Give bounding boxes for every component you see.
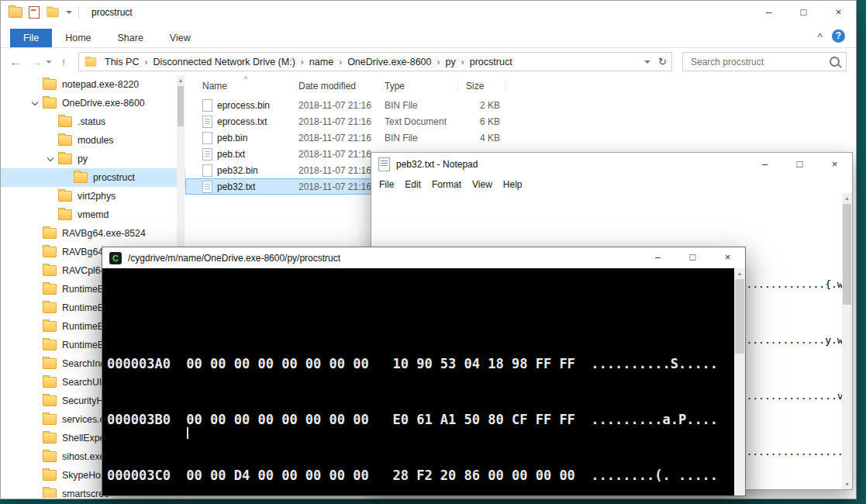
help-icon[interactable]: ? (832, 29, 845, 43)
minimize-button[interactable]: – (640, 247, 675, 268)
terminal-titlebar[interactable]: C /cygdrive/m/name/OneDrive.exe-8600/py/… (102, 247, 745, 268)
breadcrumb-segment[interactable]: py (442, 57, 460, 67)
menu-item[interactable]: Help (498, 179, 528, 190)
file-type: BIN File (383, 133, 458, 143)
breadcrumb-separator-icon[interactable]: › (337, 57, 343, 67)
close-button[interactable]: × (821, 1, 856, 24)
tree-item[interactable]: RAVBg64.exe-8524 (1, 224, 185, 243)
notepad-titlebar[interactable]: peb32.txt - Notepad – □ × (371, 153, 852, 176)
refresh-icon[interactable]: ↻ (658, 56, 667, 67)
scroll-down-icon[interactable]: ▼ (842, 479, 852, 489)
column-header-name[interactable]: Name (202, 79, 297, 93)
folder-icon (43, 79, 57, 90)
maximize-button[interactable]: □ (786, 1, 821, 24)
ribbon-collapse-icon[interactable]: ^ (818, 32, 823, 41)
close-button[interactable]: × (817, 153, 852, 176)
tree-item-label: virt2phys (78, 191, 116, 202)
breadcrumb-separator-icon[interactable]: › (436, 57, 442, 67)
address-dropdown-icon[interactable] (644, 60, 650, 64)
scroll-up-icon[interactable]: ▲ (177, 75, 185, 85)
qat-separator (78, 6, 79, 19)
maximize-button[interactable]: □ (675, 247, 710, 268)
file-icon (202, 164, 212, 177)
notepad-window-title: peb32.txt - Notepad (396, 159, 478, 170)
breadcrumb-segment[interactable]: procstruct (466, 57, 516, 67)
maximize-button[interactable]: □ (782, 153, 817, 176)
folder-icon (43, 321, 57, 332)
address-bar[interactable]: This PC › Disconnected Network Drive (M:… (78, 52, 672, 71)
column-header-size[interactable]: Size (458, 79, 506, 93)
terminal-hex-line: 000003A0 00 00 00 00 00 00 00 00 10 90 5… (107, 357, 745, 371)
breadcrumb-separator-icon[interactable]: › (143, 57, 149, 67)
tree-item[interactable]: vmemd (1, 205, 185, 224)
scroll-up-icon[interactable]: ▲ (842, 193, 852, 203)
breadcrumb-segment[interactable]: name (305, 57, 337, 67)
file-name: peb32.bin (217, 165, 258, 176)
terminal-scrollbar[interactable]: ▲ (734, 268, 745, 495)
breadcrumb-segment[interactable]: OneDrive.exe-8600 (343, 57, 435, 67)
notepad-menu-bar: File Edit Format View Help (371, 176, 852, 193)
file-row[interactable]: eprocess.bin 2018-11-07 21:16 BIN File 2… (185, 97, 508, 113)
tree-item[interactable]: OneDrive.exe-8600 (1, 94, 185, 112)
folder-icon (74, 172, 88, 183)
column-header-date-modified[interactable]: Date modified (297, 79, 383, 93)
breadcrumb: This PC › (101, 57, 149, 67)
qat-customize-chevron-icon[interactable] (66, 11, 72, 14)
tree-item[interactable]: .status (1, 112, 185, 131)
qat-properties-icon[interactable] (29, 6, 40, 19)
minimize-button[interactable]: – (747, 153, 782, 176)
search-icon[interactable] (830, 57, 840, 67)
recent-locations-chevron-icon[interactable] (46, 60, 52, 64)
menu-item[interactable]: Edit (399, 179, 426, 190)
navigation-bar: ← → ↑ This PC › Disconnected Network Dri… (1, 48, 856, 76)
expand-chevron-icon[interactable] (47, 157, 57, 161)
forward-button[interactable]: → (28, 55, 45, 68)
breadcrumb: OneDrive.exe-8600 › (343, 57, 441, 67)
file-icon (202, 181, 212, 193)
explorer-titlebar[interactable]: procstruct – □ × (1, 1, 856, 24)
menu-item[interactable]: View (467, 179, 498, 190)
tree-item[interactable]: procstruct (1, 168, 185, 187)
file-size: 6 KB (458, 116, 506, 127)
menu-item[interactable]: Format (426, 179, 467, 190)
folder-icon (43, 395, 57, 406)
tree-item[interactable]: virt2phys (1, 187, 185, 205)
close-button[interactable]: × (710, 247, 745, 268)
search-input[interactable] (689, 56, 830, 68)
scroll-up-icon[interactable]: ▲ (734, 268, 745, 278)
tree-item[interactable]: notepad.exe-8220 (1, 75, 185, 94)
file-icon (202, 116, 212, 128)
up-button[interactable]: ↑ (56, 56, 71, 67)
folder-icon (43, 488, 57, 498)
column-header-row: Name Date modified Type Size (185, 75, 855, 97)
tree-scrollbar-thumb[interactable] (178, 86, 184, 126)
breadcrumb-separator-icon[interactable]: › (460, 57, 466, 67)
folder-icon (43, 265, 57, 276)
ribbon-tab[interactable]: Share (105, 29, 157, 47)
terminal-scrollbar-thumb[interactable] (735, 279, 744, 354)
ribbon-tab[interactable]: Home (52, 29, 104, 47)
tree-item[interactable]: modules (1, 131, 185, 150)
back-button[interactable]: ← (7, 55, 24, 68)
notepad-scrollbar[interactable]: ▲ ▼ (842, 193, 852, 489)
breadcrumb-segment[interactable]: This PC (101, 57, 143, 67)
notepad-scrollbar-thumb[interactable] (843, 204, 851, 305)
ribbon-tab[interactable]: File (10, 29, 52, 47)
menu-item[interactable]: File (374, 179, 399, 190)
ribbon-tab-bar: File Home Share View ^ ? (1, 24, 856, 48)
qat-new-folder-icon[interactable] (47, 8, 58, 17)
expand-chevron-icon[interactable] (32, 102, 42, 105)
column-header-type[interactable]: Type (383, 79, 458, 93)
breadcrumb-separator-icon[interactable]: › (299, 57, 305, 67)
tree-item[interactable]: py (1, 150, 185, 168)
breadcrumb-segment[interactable]: Disconnected Network Drive (M:) (149, 57, 298, 67)
tree-item-label: OneDrive.exe-8600 (62, 98, 145, 109)
file-row[interactable]: peb.bin 2018-11-07 21:16 BIN File 4 KB (185, 129, 508, 146)
folder-icon (43, 358, 57, 369)
folder-icon (58, 116, 72, 127)
file-row[interactable]: eprocess.txt 2018-11-07 21:16 Text Docum… (185, 113, 508, 129)
tree-item-label: notepad.exe-8220 (62, 79, 139, 90)
minimize-button[interactable]: – (751, 1, 786, 24)
terminal-content[interactable]: 000003A0 00 00 00 00 00 00 00 00 10 90 5… (102, 268, 745, 495)
ribbon-tab[interactable]: View (157, 29, 204, 47)
